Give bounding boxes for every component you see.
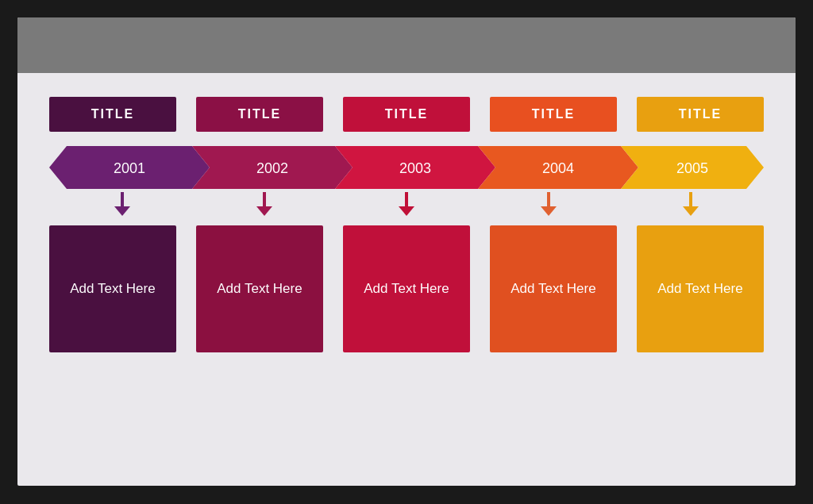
svg-rect-4 <box>405 192 408 206</box>
down-arrow-4 <box>539 192 558 217</box>
svg-marker-3 <box>256 206 272 216</box>
year-label-3: 2003 <box>399 160 431 176</box>
svg-marker-7 <box>541 206 557 216</box>
text-boxes-row: Add Text HereAdd Text HereAdd Text HereA… <box>49 225 764 352</box>
text-box-1[interactable]: Add Text Here <box>49 225 176 352</box>
year-label-2: 2002 <box>256 160 288 176</box>
year-label-1: 2001 <box>114 160 145 176</box>
text-box-5[interactable]: Add Text Here <box>637 225 764 352</box>
slide: TITLETITLETITLETITLETITLE 20012002200320… <box>17 17 796 486</box>
svg-marker-1 <box>114 206 130 216</box>
svg-rect-6 <box>547 192 550 206</box>
year-label-4: 2004 <box>542 160 574 176</box>
text-box-2[interactable]: Add Text Here <box>196 225 323 352</box>
title-box-4[interactable]: TITLE <box>490 97 617 132</box>
year-label-5: 2005 <box>676 160 708 176</box>
text-box-4[interactable]: Add Text Here <box>490 225 617 352</box>
titles-row: TITLETITLETITLETITLETITLE <box>49 97 764 132</box>
down-arrow-5 <box>681 192 700 217</box>
down-arrow-wrapper-1 <box>59 192 186 217</box>
text-box-3[interactable]: Add Text Here <box>343 225 470 352</box>
down-arrow-wrapper-3 <box>343 192 470 217</box>
svg-marker-5 <box>399 206 414 216</box>
timeline-row: 20012002200320042005 <box>49 146 764 189</box>
content-area: TITLETITLETITLETITLETITLE 20012002200320… <box>17 73 796 368</box>
title-box-2[interactable]: TITLE <box>196 97 323 132</box>
title-box-5[interactable]: TITLE <box>637 97 764 132</box>
down-arrow-wrapper-4 <box>485 192 612 217</box>
svg-marker-9 <box>683 206 699 216</box>
down-arrow-1 <box>113 192 132 217</box>
slide-wrapper: TITLETITLETITLETITLETITLE 20012002200320… <box>0 0 813 504</box>
down-arrow-wrapper-5 <box>627 192 754 217</box>
svg-rect-8 <box>689 192 692 206</box>
down-arrows-row <box>49 192 764 219</box>
header-bar <box>17 17 796 73</box>
down-arrow-3 <box>397 192 416 217</box>
svg-rect-2 <box>263 192 266 206</box>
down-arrow-2 <box>255 192 274 217</box>
down-arrow-wrapper-2 <box>201 192 328 217</box>
title-box-3[interactable]: TITLE <box>343 97 470 132</box>
svg-rect-0 <box>121 192 124 206</box>
title-box-1[interactable]: TITLE <box>49 97 176 132</box>
